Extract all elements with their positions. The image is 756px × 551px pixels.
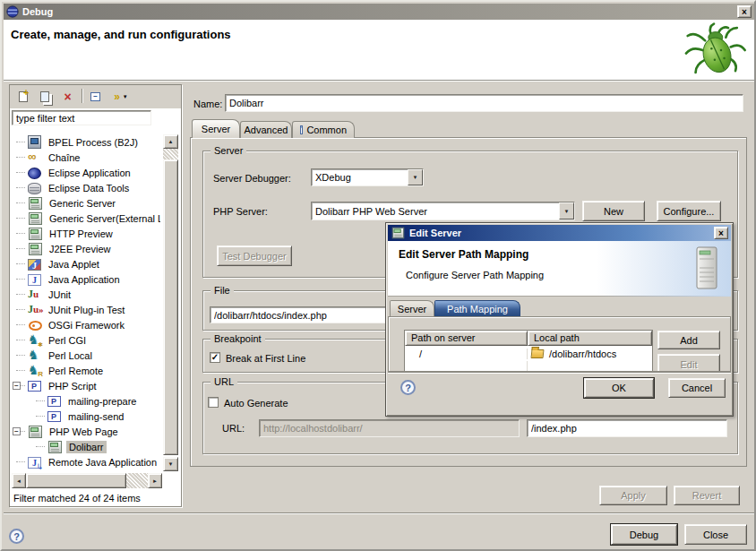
tree-item-perl-remote[interactable]: Perl Remote <box>10 363 160 378</box>
server-icon <box>29 426 42 438</box>
dialog-header-area: Create, manage, and run configurations <box>4 20 754 81</box>
filter-status-text: Filter matched 24 of 24 items <box>13 493 141 504</box>
help-icon[interactable]: ? <box>9 529 24 544</box>
server-icon <box>48 441 62 453</box>
tree-item-dolibarr[interactable]: Dolibarr <box>10 439 160 454</box>
tree-vertical-scrollbar: ▲ ▼ <box>163 134 178 471</box>
help-icon[interactable]: ? <box>400 380 416 395</box>
name-label: Name: <box>193 99 222 109</box>
tab-server[interactable]: Server <box>192 119 240 138</box>
window-title: Debug <box>22 6 53 17</box>
check-icon: ✓ <box>211 353 219 362</box>
tree-item-mailing-send[interactable]: mailing-send <box>10 409 160 424</box>
server-icon <box>29 243 42 255</box>
configuration-tree-panel: + × − » ▼ BPEL Process (B2J) Chaîne Ecli… <box>9 84 182 507</box>
delete-button[interactable]: × <box>58 88 77 106</box>
filter-button[interactable]: » ▼ <box>108 88 133 106</box>
tree-item-generic-server-external[interactable]: Generic Server(External La <box>10 211 160 226</box>
tree-item-php-web-page[interactable]: −PHP Web Page <box>10 424 160 439</box>
debug-button[interactable]: Debug <box>611 524 677 545</box>
tree-toolbar: + × − » ▼ <box>10 85 181 108</box>
tree-item-perl-local[interactable]: Perl Local <box>10 348 160 363</box>
toolbar-separator <box>82 89 82 103</box>
close-button[interactable]: Close <box>684 524 747 545</box>
filter-input[interactable] <box>12 110 151 125</box>
folder-icon <box>530 349 544 358</box>
auto-generate-checkbox[interactable] <box>208 397 219 408</box>
chevron-down-icon[interactable]: ▼ <box>408 169 423 185</box>
edit-mapping-button: Edit <box>657 354 720 372</box>
configuration-tree: BPEL Process (B2J) Chaîne Eclipse Applic… <box>10 133 162 471</box>
configure-server-button[interactable]: Configure... <box>657 201 721 221</box>
table-icon <box>300 125 303 134</box>
tree-item-http-preview[interactable]: HTTP Preview <box>10 226 160 241</box>
tree-item-eclipse-data-tools[interactable]: Eclipse Data Tools <box>10 180 160 195</box>
tree-item-java-application[interactable]: Java Application <box>10 271 160 287</box>
dialog-banner: Edit Server Path Mapping Configure Serve… <box>388 241 731 297</box>
remote-java-icon <box>28 457 41 469</box>
name-input[interactable] <box>225 94 743 112</box>
add-mapping-button[interactable]: Add <box>657 331 720 349</box>
edit-server-dialog: Edit Server × Edit Server Path Mapping C… <box>385 222 734 417</box>
server-debugger-label: Server Debugger: <box>213 173 291 184</box>
tree-item-perl-cgi[interactable]: Perl CGI <box>10 332 160 348</box>
new-server-button[interactable]: New <box>582 201 645 221</box>
collapse-all-button[interactable]: − <box>86 88 105 106</box>
new-configuration-button[interactable]: + <box>13 88 32 106</box>
bpel-process-icon <box>28 135 41 149</box>
collapse-expander-icon[interactable]: − <box>13 382 21 390</box>
column-header-local-path[interactable]: Local path <box>528 331 652 346</box>
server-icon <box>392 228 405 239</box>
tree-item-j2ee-preview[interactable]: J2EE Preview <box>10 241 160 256</box>
tree-item-junit[interactable]: JUnit <box>10 287 160 302</box>
path-mapping-table: Path on server Local path / /dolibarr/ht… <box>404 330 653 372</box>
url-path-input[interactable] <box>527 419 727 437</box>
server-debugger-select[interactable]: XDebug ▼ <box>311 168 424 186</box>
tree-item-osgi-framework[interactable]: OSGi Framework <box>10 317 160 332</box>
php-icon <box>47 411 61 422</box>
collapse-expander-icon[interactable]: − <box>13 427 21 435</box>
duplicate-button[interactable] <box>35 88 54 106</box>
scrollbar-thumb[interactable] <box>163 159 178 455</box>
scrollbar-track[interactable] <box>126 473 148 488</box>
scroll-right-icon[interactable]: ► <box>148 473 162 488</box>
break-first-line-label: Break at First Line <box>226 353 305 364</box>
file-group-title: File <box>210 285 234 297</box>
tree-item-php-script[interactable]: −PHP Script <box>10 378 160 393</box>
table-header-row: Path on server Local path <box>405 331 652 346</box>
server-tower-icon <box>695 246 718 291</box>
junit-icon <box>28 288 41 301</box>
tree-item-mailing-prepare[interactable]: mailing-prepare <box>10 393 160 409</box>
close-icon[interactable]: × <box>714 227 728 239</box>
ok-button[interactable]: OK <box>584 378 654 398</box>
dialog-tab-server[interactable]: Server <box>390 300 434 316</box>
break-first-line-checkbox[interactable]: ✓ <box>210 352 220 363</box>
server-group-title: Server <box>210 145 246 157</box>
scroll-up-icon[interactable]: ▲ <box>163 134 178 149</box>
tree-item-junit-plugin-test[interactable]: JUnit Plug-in Test <box>10 302 160 317</box>
php-server-select[interactable]: Dolibarr PHP Web Server ▼ <box>311 202 575 220</box>
scroll-left-icon[interactable]: ◄ <box>12 473 26 488</box>
tree-item-eclipse-application[interactable]: Eclipse Application <box>10 165 160 180</box>
tree-item-bpel-process[interactable]: BPEL Process (B2J) <box>10 134 160 150</box>
scrollbar-track[interactable] <box>163 149 178 159</box>
chevron-down-icon[interactable]: ▼ <box>559 202 574 220</box>
dialog-heading: Edit Server Path Mapping <box>399 248 528 261</box>
scroll-down-icon[interactable]: ▼ <box>163 457 178 471</box>
dialog-tab-path-mapping[interactable]: Path Mapping <box>434 300 520 316</box>
tree-item-remote-java-application[interactable]: Remote Java Application <box>10 454 160 469</box>
php-icon <box>28 381 41 392</box>
cancel-button[interactable]: Cancel <box>668 378 726 398</box>
close-icon[interactable]: × <box>737 5 752 18</box>
tree-horizontal-scrollbar: ◄ ► <box>12 473 162 488</box>
tree-item-generic-server[interactable]: Generic Server <box>10 195 160 211</box>
url-group-title: URL <box>210 376 237 388</box>
tree-item-chaine[interactable]: Chaîne <box>10 150 160 165</box>
scrollbar-thumb[interactable] <box>26 473 126 488</box>
perl-remote-icon <box>28 364 41 377</box>
tree-item-java-applet[interactable]: Java Applet <box>10 256 160 271</box>
column-header-path-on-server[interactable]: Path on server <box>405 331 528 346</box>
table-row[interactable]: / /dolibarr/htdocs <box>405 346 652 361</box>
tab-common[interactable]: Common <box>292 121 355 138</box>
tab-advanced[interactable]: Advanced <box>240 121 292 138</box>
